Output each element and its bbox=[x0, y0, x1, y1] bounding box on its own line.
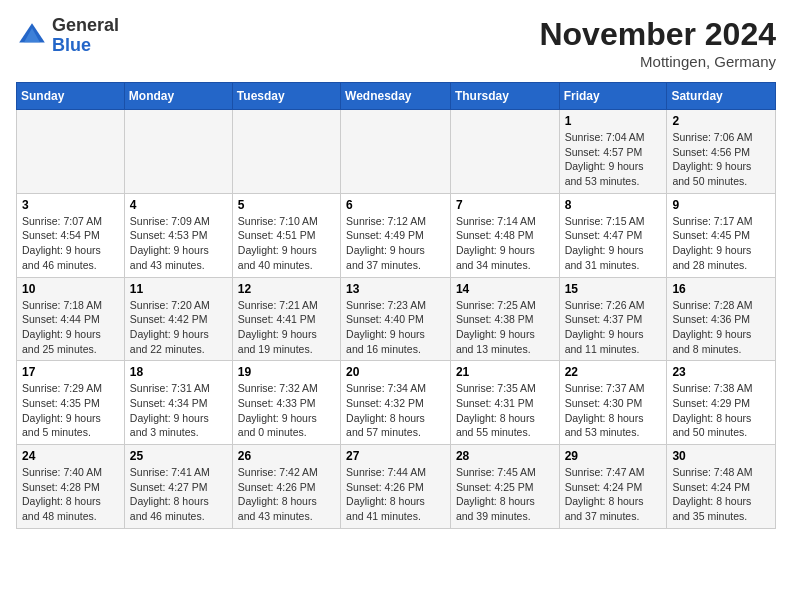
day-number: 3 bbox=[22, 198, 119, 212]
day-info: Sunrise: 7:12 AM Sunset: 4:49 PM Dayligh… bbox=[346, 214, 445, 273]
calendar-cell: 14Sunrise: 7:25 AM Sunset: 4:38 PM Dayli… bbox=[450, 277, 559, 361]
calendar-cell: 15Sunrise: 7:26 AM Sunset: 4:37 PM Dayli… bbox=[559, 277, 667, 361]
day-info: Sunrise: 7:34 AM Sunset: 4:32 PM Dayligh… bbox=[346, 381, 445, 440]
day-number: 16 bbox=[672, 282, 770, 296]
day-number: 14 bbox=[456, 282, 554, 296]
day-number: 22 bbox=[565, 365, 662, 379]
day-info: Sunrise: 7:45 AM Sunset: 4:25 PM Dayligh… bbox=[456, 465, 554, 524]
logo-icon bbox=[16, 20, 48, 52]
calendar-cell: 27Sunrise: 7:44 AM Sunset: 4:26 PM Dayli… bbox=[341, 445, 451, 529]
calendar-week-2: 10Sunrise: 7:18 AM Sunset: 4:44 PM Dayli… bbox=[17, 277, 776, 361]
day-info: Sunrise: 7:29 AM Sunset: 4:35 PM Dayligh… bbox=[22, 381, 119, 440]
logo: General Blue bbox=[16, 16, 119, 56]
weekday-header-tuesday: Tuesday bbox=[232, 83, 340, 110]
day-info: Sunrise: 7:26 AM Sunset: 4:37 PM Dayligh… bbox=[565, 298, 662, 357]
day-info: Sunrise: 7:41 AM Sunset: 4:27 PM Dayligh… bbox=[130, 465, 227, 524]
day-info: Sunrise: 7:32 AM Sunset: 4:33 PM Dayligh… bbox=[238, 381, 335, 440]
day-number: 7 bbox=[456, 198, 554, 212]
calendar-cell: 3Sunrise: 7:07 AM Sunset: 4:54 PM Daylig… bbox=[17, 193, 125, 277]
calendar-cell: 22Sunrise: 7:37 AM Sunset: 4:30 PM Dayli… bbox=[559, 361, 667, 445]
day-number: 24 bbox=[22, 449, 119, 463]
calendar-cell: 7Sunrise: 7:14 AM Sunset: 4:48 PM Daylig… bbox=[450, 193, 559, 277]
weekday-header-saturday: Saturday bbox=[667, 83, 776, 110]
day-info: Sunrise: 7:07 AM Sunset: 4:54 PM Dayligh… bbox=[22, 214, 119, 273]
day-number: 13 bbox=[346, 282, 445, 296]
day-number: 4 bbox=[130, 198, 227, 212]
day-info: Sunrise: 7:44 AM Sunset: 4:26 PM Dayligh… bbox=[346, 465, 445, 524]
calendar-table: SundayMondayTuesdayWednesdayThursdayFrid… bbox=[16, 82, 776, 529]
day-number: 17 bbox=[22, 365, 119, 379]
calendar-cell: 17Sunrise: 7:29 AM Sunset: 4:35 PM Dayli… bbox=[17, 361, 125, 445]
calendar-cell: 24Sunrise: 7:40 AM Sunset: 4:28 PM Dayli… bbox=[17, 445, 125, 529]
day-number: 18 bbox=[130, 365, 227, 379]
calendar-cell: 28Sunrise: 7:45 AM Sunset: 4:25 PM Dayli… bbox=[450, 445, 559, 529]
calendar-cell bbox=[341, 110, 451, 194]
weekday-header-thursday: Thursday bbox=[450, 83, 559, 110]
logo-general: General bbox=[52, 15, 119, 35]
calendar-week-4: 24Sunrise: 7:40 AM Sunset: 4:28 PM Dayli… bbox=[17, 445, 776, 529]
day-number: 8 bbox=[565, 198, 662, 212]
day-info: Sunrise: 7:20 AM Sunset: 4:42 PM Dayligh… bbox=[130, 298, 227, 357]
logo-blue: Blue bbox=[52, 35, 91, 55]
day-number: 10 bbox=[22, 282, 119, 296]
day-info: Sunrise: 7:38 AM Sunset: 4:29 PM Dayligh… bbox=[672, 381, 770, 440]
day-number: 23 bbox=[672, 365, 770, 379]
day-info: Sunrise: 7:25 AM Sunset: 4:38 PM Dayligh… bbox=[456, 298, 554, 357]
day-number: 12 bbox=[238, 282, 335, 296]
day-info: Sunrise: 7:14 AM Sunset: 4:48 PM Dayligh… bbox=[456, 214, 554, 273]
calendar-cell: 18Sunrise: 7:31 AM Sunset: 4:34 PM Dayli… bbox=[124, 361, 232, 445]
day-info: Sunrise: 7:06 AM Sunset: 4:56 PM Dayligh… bbox=[672, 130, 770, 189]
day-number: 1 bbox=[565, 114, 662, 128]
day-number: 5 bbox=[238, 198, 335, 212]
calendar-cell: 29Sunrise: 7:47 AM Sunset: 4:24 PM Dayli… bbox=[559, 445, 667, 529]
page-header: General Blue November 2024 Mottingen, Ge… bbox=[16, 16, 776, 70]
day-info: Sunrise: 7:31 AM Sunset: 4:34 PM Dayligh… bbox=[130, 381, 227, 440]
day-number: 15 bbox=[565, 282, 662, 296]
calendar-cell bbox=[124, 110, 232, 194]
calendar-cell: 19Sunrise: 7:32 AM Sunset: 4:33 PM Dayli… bbox=[232, 361, 340, 445]
calendar-cell: 2Sunrise: 7:06 AM Sunset: 4:56 PM Daylig… bbox=[667, 110, 776, 194]
weekday-header-sunday: Sunday bbox=[17, 83, 125, 110]
weekday-header-wednesday: Wednesday bbox=[341, 83, 451, 110]
calendar-body: 1Sunrise: 7:04 AM Sunset: 4:57 PM Daylig… bbox=[17, 110, 776, 529]
day-info: Sunrise: 7:28 AM Sunset: 4:36 PM Dayligh… bbox=[672, 298, 770, 357]
day-info: Sunrise: 7:09 AM Sunset: 4:53 PM Dayligh… bbox=[130, 214, 227, 273]
day-info: Sunrise: 7:21 AM Sunset: 4:41 PM Dayligh… bbox=[238, 298, 335, 357]
calendar-cell: 11Sunrise: 7:20 AM Sunset: 4:42 PM Dayli… bbox=[124, 277, 232, 361]
calendar-cell: 20Sunrise: 7:34 AM Sunset: 4:32 PM Dayli… bbox=[341, 361, 451, 445]
day-info: Sunrise: 7:35 AM Sunset: 4:31 PM Dayligh… bbox=[456, 381, 554, 440]
calendar-week-3: 17Sunrise: 7:29 AM Sunset: 4:35 PM Dayli… bbox=[17, 361, 776, 445]
weekday-header-monday: Monday bbox=[124, 83, 232, 110]
calendar-cell: 8Sunrise: 7:15 AM Sunset: 4:47 PM Daylig… bbox=[559, 193, 667, 277]
day-info: Sunrise: 7:37 AM Sunset: 4:30 PM Dayligh… bbox=[565, 381, 662, 440]
day-info: Sunrise: 7:04 AM Sunset: 4:57 PM Dayligh… bbox=[565, 130, 662, 189]
calendar-cell bbox=[17, 110, 125, 194]
month-year-title: November 2024 bbox=[539, 16, 776, 53]
day-number: 2 bbox=[672, 114, 770, 128]
day-number: 30 bbox=[672, 449, 770, 463]
calendar-cell: 26Sunrise: 7:42 AM Sunset: 4:26 PM Dayli… bbox=[232, 445, 340, 529]
day-number: 6 bbox=[346, 198, 445, 212]
day-info: Sunrise: 7:47 AM Sunset: 4:24 PM Dayligh… bbox=[565, 465, 662, 524]
calendar-cell: 1Sunrise: 7:04 AM Sunset: 4:57 PM Daylig… bbox=[559, 110, 667, 194]
day-number: 28 bbox=[456, 449, 554, 463]
day-info: Sunrise: 7:15 AM Sunset: 4:47 PM Dayligh… bbox=[565, 214, 662, 273]
calendar-cell: 9Sunrise: 7:17 AM Sunset: 4:45 PM Daylig… bbox=[667, 193, 776, 277]
calendar-cell: 10Sunrise: 7:18 AM Sunset: 4:44 PM Dayli… bbox=[17, 277, 125, 361]
calendar-cell: 21Sunrise: 7:35 AM Sunset: 4:31 PM Dayli… bbox=[450, 361, 559, 445]
title-block: November 2024 Mottingen, Germany bbox=[539, 16, 776, 70]
day-number: 20 bbox=[346, 365, 445, 379]
day-info: Sunrise: 7:18 AM Sunset: 4:44 PM Dayligh… bbox=[22, 298, 119, 357]
calendar-cell: 16Sunrise: 7:28 AM Sunset: 4:36 PM Dayli… bbox=[667, 277, 776, 361]
day-number: 26 bbox=[238, 449, 335, 463]
calendar-header: SundayMondayTuesdayWednesdayThursdayFrid… bbox=[17, 83, 776, 110]
day-number: 25 bbox=[130, 449, 227, 463]
day-number: 21 bbox=[456, 365, 554, 379]
calendar-week-1: 3Sunrise: 7:07 AM Sunset: 4:54 PM Daylig… bbox=[17, 193, 776, 277]
day-number: 29 bbox=[565, 449, 662, 463]
calendar-cell: 13Sunrise: 7:23 AM Sunset: 4:40 PM Dayli… bbox=[341, 277, 451, 361]
logo-text: General Blue bbox=[52, 16, 119, 56]
calendar-cell bbox=[232, 110, 340, 194]
day-info: Sunrise: 7:40 AM Sunset: 4:28 PM Dayligh… bbox=[22, 465, 119, 524]
calendar-cell: 25Sunrise: 7:41 AM Sunset: 4:27 PM Dayli… bbox=[124, 445, 232, 529]
